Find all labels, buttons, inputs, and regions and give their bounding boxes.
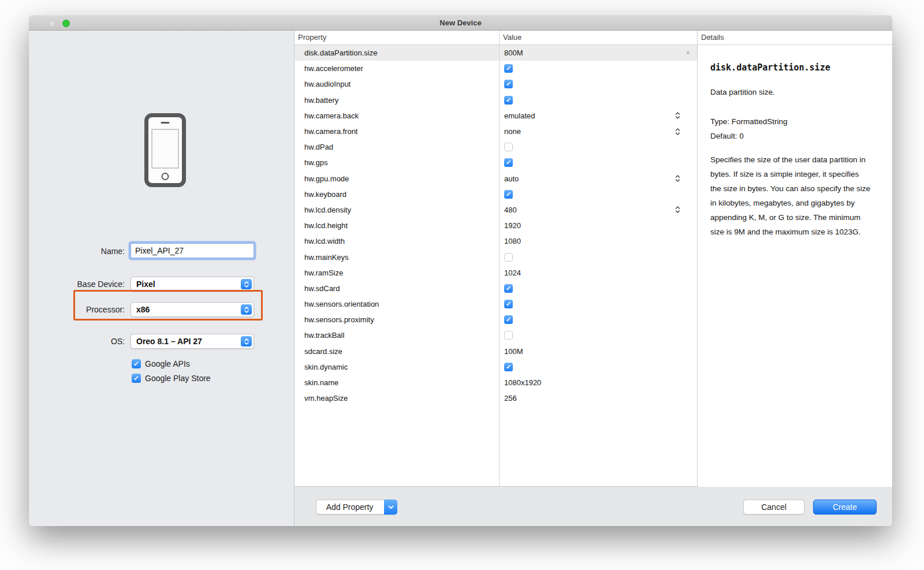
property-row[interactable]: hw.sensors.proximity✓	[295, 312, 697, 327]
property-row[interactable]: hw.dPad	[295, 139, 697, 155]
property-name: hw.battery	[295, 96, 499, 105]
property-row[interactable]: disk.dataPartition.size800M×	[295, 45, 697, 61]
property-value: ✓	[499, 296, 697, 312]
property-value: ✓	[499, 312, 697, 327]
property-value: ✓	[499, 92, 697, 108]
value-checkbox[interactable]: ✓	[504, 284, 513, 293]
property-name: hw.lcd.width	[295, 237, 499, 245]
property-name: hw.keyboard	[295, 190, 499, 199]
value-checkbox[interactable]: ✓	[504, 158, 513, 167]
value-checkbox[interactable]	[504, 331, 513, 340]
property-row[interactable]: hw.battery✓	[295, 92, 697, 108]
processor-select[interactable]: x86	[131, 302, 254, 317]
new-device-window: New Device Name: Base Device: Pixel	[29, 16, 892, 526]
property-row[interactable]: skin.dynamic✓	[295, 359, 697, 375]
property-row[interactable]: hw.camera.frontnone	[295, 124, 697, 139]
clear-value-button[interactable]: ×	[686, 50, 690, 56]
add-property-button[interactable]: Add Property	[316, 500, 397, 515]
property-row[interactable]: hw.ramSize1024	[295, 265, 697, 281]
property-row[interactable]: hw.lcd.width1080	[295, 233, 697, 249]
property-value: none	[499, 124, 697, 139]
property-name: hw.trackBall	[295, 331, 499, 340]
value-text: none	[504, 127, 521, 136]
property-row[interactable]: hw.lcd.density480	[295, 202, 697, 218]
value-stepper-icon[interactable]	[675, 112, 680, 120]
property-row[interactable]: vm.heapSize256	[295, 390, 697, 406]
property-value: 1024	[499, 265, 697, 281]
value-checkbox[interactable]: ✓	[504, 96, 513, 105]
value-stepper-icon[interactable]	[675, 128, 680, 135]
value-text: 1080	[504, 237, 521, 245]
property-row[interactable]: hw.sdCard✓	[295, 281, 697, 296]
titlebar[interactable]: New Device	[29, 16, 892, 31]
value-text: 480	[504, 206, 517, 214]
property-name: hw.sdCard	[295, 284, 499, 293]
property-row[interactable]: sdcard.size100M	[295, 344, 697, 359]
google-apis-checkbox[interactable]: ✓ Google APIs	[132, 359, 190, 368]
value-checkbox[interactable]	[504, 253, 513, 262]
details-description: Specifies the size of the user data part…	[710, 152, 871, 239]
property-value: 800M×	[499, 45, 697, 61]
property-row[interactable]: hw.trackBall	[295, 327, 697, 343]
create-button[interactable]: Create	[813, 500, 877, 515]
property-row[interactable]: hw.gpu.modeauto	[295, 171, 697, 187]
property-name: hw.dPad	[295, 143, 499, 151]
property-table: Property Value disk.dataPartition.size80…	[295, 31, 698, 487]
property-row[interactable]: skin.name1080x1920	[295, 375, 697, 390]
property-value: ✓	[499, 187, 697, 202]
column-header-property: Property	[298, 31, 326, 45]
property-row[interactable]: hw.audioInput✓	[295, 76, 697, 92]
property-name: disk.dataPartition.size	[295, 49, 499, 57]
property-value: ✓	[499, 61, 697, 76]
processor-label: Processor:	[29, 302, 125, 317]
property-value	[499, 139, 697, 155]
cancel-button[interactable]: Cancel	[743, 500, 804, 515]
value-checkbox[interactable]	[504, 143, 513, 151]
base-device-select[interactable]: Pixel	[131, 277, 254, 292]
property-value	[499, 249, 697, 264]
property-row[interactable]: hw.mainKeys	[295, 249, 697, 264]
value-text: 256	[504, 394, 517, 403]
value-text: auto	[504, 174, 519, 183]
value-checkbox[interactable]: ✓	[504, 190, 513, 199]
property-row[interactable]: hw.gps✓	[295, 155, 697, 170]
value-text: 1920	[504, 221, 521, 230]
property-name: hw.audioInput	[295, 80, 499, 88]
value-text: 800M	[504, 49, 523, 57]
os-label: OS:	[29, 334, 125, 349]
property-row[interactable]: hw.lcd.height1920	[295, 218, 697, 233]
checkbox-icon: ✓	[132, 359, 141, 368]
property-name: hw.lcd.height	[295, 221, 499, 230]
property-value: 1080x1920	[499, 375, 697, 390]
property-name: hw.gpu.mode	[295, 174, 499, 183]
property-value: 1920	[499, 218, 697, 233]
property-row[interactable]: hw.sensors.orientation✓	[295, 296, 697, 312]
value-stepper-icon[interactable]	[675, 175, 680, 182]
value-stepper-icon[interactable]	[675, 206, 680, 214]
name-field[interactable]	[131, 243, 254, 258]
property-name: vm.heapSize	[295, 394, 499, 403]
property-row[interactable]: hw.keyboard✓	[295, 187, 697, 202]
value-checkbox[interactable]: ✓	[504, 315, 513, 324]
property-row[interactable]: hw.accelerometer✓	[295, 61, 697, 76]
os-select[interactable]: Oreo 8.1 – API 27	[131, 334, 254, 349]
details-panel: Details disk.dataPartition.size Data par…	[698, 31, 892, 487]
property-row[interactable]: hw.camera.backemulated	[295, 108, 697, 124]
value-checkbox[interactable]: ✓	[504, 300, 513, 308]
property-value: auto	[499, 171, 697, 187]
table-header: Property Value	[295, 31, 697, 45]
property-value: 256	[499, 390, 697, 406]
property-name: hw.lcd.density	[295, 206, 499, 214]
google-play-store-checkbox[interactable]: ✓ Google Play Store	[132, 373, 211, 383]
value-checkbox[interactable]: ✓	[504, 363, 513, 371]
value-checkbox[interactable]: ✓	[504, 80, 513, 88]
value-checkbox[interactable]: ✓	[504, 64, 513, 73]
chevron-updown-icon	[241, 304, 252, 315]
property-value: emulated	[499, 108, 697, 124]
chevron-down-icon[interactable]	[384, 500, 397, 515]
property-value: 1080	[499, 233, 697, 249]
checkbox-icon: ✓	[132, 374, 141, 383]
window-title: New Device	[29, 16, 892, 31]
property-value: ✓	[499, 155, 697, 170]
property-value: ✓	[499, 359, 697, 375]
